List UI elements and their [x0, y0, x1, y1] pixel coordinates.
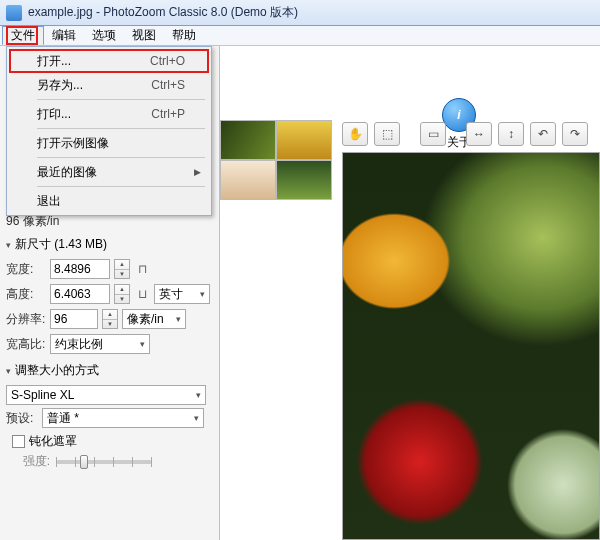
- rotate-left-icon: ↶: [538, 127, 548, 141]
- menu-file[interactable]: 文件: [2, 26, 44, 45]
- flip-h-icon: ↔: [473, 127, 485, 141]
- height-spinner[interactable]: ▲▼: [114, 284, 130, 304]
- aspect-combo[interactable]: 约束比例: [50, 334, 150, 354]
- menu-item-label: 另存为...: [37, 77, 83, 94]
- menu-item-print[interactable]: 打印... Ctrl+P: [9, 102, 209, 126]
- width-label: 宽度:: [6, 261, 46, 278]
- section-header-label: 新尺寸 (1.43 MB): [15, 236, 107, 253]
- menu-separator: [37, 186, 205, 187]
- resolution-input[interactable]: 96: [50, 309, 98, 329]
- menu-separator: [37, 128, 205, 129]
- aspect-label: 宽高比:: [6, 336, 46, 353]
- menu-item-shortcut: Ctrl+S: [151, 78, 185, 92]
- menu-bar: 文件 编辑 选项 视图 帮助: [0, 26, 600, 46]
- menu-item-exit[interactable]: 退出: [9, 189, 209, 213]
- resolution-spinner[interactable]: ▲▼: [102, 309, 118, 329]
- hand-icon: ✋: [348, 127, 363, 141]
- menu-item-label: 最近的图像: [37, 164, 97, 181]
- menu-item-label: 打印...: [37, 106, 71, 123]
- preset-combo[interactable]: 普通 *: [42, 408, 204, 428]
- menu-item-open-example[interactable]: 打开示例图像: [9, 131, 209, 155]
- menu-item-open[interactable]: 打开... Ctrl+O: [9, 49, 209, 73]
- rotate-left-button[interactable]: ↶: [530, 122, 556, 146]
- menu-item-shortcut: Ctrl+P: [151, 107, 185, 121]
- thumbnail[interactable]: [276, 160, 332, 200]
- link-icon[interactable]: ⊔: [134, 287, 150, 301]
- menu-edit[interactable]: 编辑: [44, 26, 84, 45]
- file-menu-dropdown: 打开... Ctrl+O 另存为... Ctrl+S 打印... Ctrl+P …: [6, 46, 212, 216]
- pan-tool-button[interactable]: ✋: [342, 122, 368, 146]
- menu-item-recent[interactable]: 最近的图像 ▶: [9, 160, 209, 184]
- preset-label: 预设:: [6, 410, 38, 427]
- section-header-label: 调整大小的方式: [15, 362, 99, 379]
- right-area: i 关于 ✋ ⬚ ▭ ↔ ↕ ↶ ↷: [220, 46, 600, 540]
- slider-thumb[interactable]: [80, 455, 88, 469]
- strength-slider[interactable]: [56, 460, 152, 464]
- section-new-size[interactable]: 新尺寸 (1.43 MB): [6, 233, 213, 256]
- crop-icon: ▭: [428, 127, 439, 141]
- strength-label: 强度:: [16, 453, 50, 470]
- app-icon: [6, 5, 22, 21]
- flip-v-icon: ↕: [508, 127, 514, 141]
- link-icon[interactable]: ⊓: [134, 262, 150, 276]
- menu-item-label: 退出: [37, 193, 61, 210]
- marquee-tool-button[interactable]: ⬚: [374, 122, 400, 146]
- height-input[interactable]: 6.4063: [50, 284, 110, 304]
- menu-item-save-as[interactable]: 另存为... Ctrl+S: [9, 73, 209, 97]
- height-label: 高度:: [6, 286, 46, 303]
- unsharp-mask-label: 钝化遮罩: [29, 433, 77, 450]
- flip-horizontal-button[interactable]: ↔: [466, 122, 492, 146]
- image-preview[interactable]: [342, 152, 600, 540]
- menu-item-shortcut: Ctrl+O: [150, 54, 185, 68]
- resolution-label: 分辨率:: [6, 311, 46, 328]
- menu-help[interactable]: 帮助: [164, 26, 204, 45]
- menu-item-label: 打开示例图像: [37, 135, 109, 152]
- unsharp-mask-checkbox[interactable]: [12, 435, 25, 448]
- resolution-unit-combo[interactable]: 像素/in: [122, 309, 186, 329]
- preview-image: [343, 153, 599, 539]
- menu-separator: [37, 99, 205, 100]
- crop-tool-button[interactable]: ▭: [420, 122, 446, 146]
- thumbnail[interactable]: [220, 160, 276, 200]
- menu-options[interactable]: 选项: [84, 26, 124, 45]
- rotate-right-icon: ↷: [570, 127, 580, 141]
- rotate-right-button[interactable]: ↷: [562, 122, 588, 146]
- window-title: example.jpg - PhotoZoom Classic 8.0 (Dem…: [28, 4, 298, 21]
- menu-view[interactable]: 视图: [124, 26, 164, 45]
- preview-toolbar: ✋ ⬚ ▭ ↔ ↕ ↶ ↷: [342, 122, 588, 146]
- thumbnail[interactable]: [220, 120, 276, 160]
- thumbnail[interactable]: [276, 120, 332, 160]
- resize-method-combo[interactable]: S-Spline XL: [6, 385, 206, 405]
- width-input[interactable]: 8.4896: [50, 259, 110, 279]
- thumbnail-strip: [220, 120, 338, 200]
- section-resize-method[interactable]: 调整大小的方式: [6, 359, 213, 382]
- menu-item-label: 打开...: [37, 53, 71, 70]
- size-unit-combo[interactable]: 英寸: [154, 284, 210, 304]
- flip-vertical-button[interactable]: ↕: [498, 122, 524, 146]
- menu-separator: [37, 157, 205, 158]
- title-bar: example.jpg - PhotoZoom Classic 8.0 (Dem…: [0, 0, 600, 26]
- submenu-arrow-icon: ▶: [194, 167, 201, 177]
- marquee-icon: ⬚: [382, 127, 393, 141]
- width-spinner[interactable]: ▲▼: [114, 259, 130, 279]
